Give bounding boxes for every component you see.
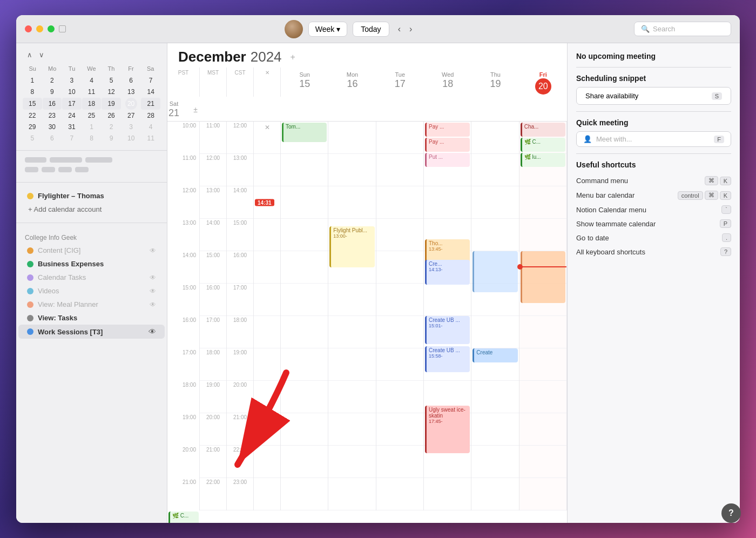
mini-cal-day[interactable]: 7 <box>141 75 160 86</box>
day-col-sun[interactable]: Tom... <box>281 122 328 510</box>
day-slot <box>328 446 375 478</box>
fullscreen-button[interactable] <box>48 25 55 32</box>
mini-cal-day[interactable]: 24 <box>62 110 82 121</box>
mini-cal-day[interactable]: 11 <box>82 86 102 97</box>
mini-cal-day[interactable]: 5 <box>23 133 42 144</box>
mini-cal-day[interactable]: 3 <box>122 122 141 132</box>
event-fri-c[interactable]: 🌿 C... <box>521 138 565 152</box>
mini-cal-day[interactable]: 21 <box>141 98 160 110</box>
event-fri-lu[interactable]: 🌿 lu... <box>521 153 565 167</box>
mini-cal-day[interactable]: 10 <box>62 86 82 97</box>
share-availability-button[interactable]: Share availability S <box>576 87 731 105</box>
close-button[interactable] <box>25 25 32 32</box>
mini-cal-day[interactable]: 9 <box>43 86 62 97</box>
calendar-item-view-tasks[interactable]: View: Tasks <box>18 311 165 325</box>
collapse-btn[interactable]: ✕ <box>254 122 280 154</box>
day-slot <box>376 348 423 381</box>
day-col-fri[interactable]: Cha... 🌿 C... 🌿 lu... <box>519 122 567 510</box>
mini-cal-day[interactable]: 8 <box>82 133 102 144</box>
day-slot <box>376 251 423 284</box>
mini-cal-day[interactable]: 6 <box>43 133 62 144</box>
event-fri-cha[interactable]: Cha... <box>521 123 565 137</box>
mini-cal-day[interactable]: 2 <box>102 122 121 132</box>
mini-cal-day[interactable]: 8 <box>23 86 42 97</box>
shortcuts-section: Useful shortcuts Command menu ⌘ K Menu b… <box>576 160 731 259</box>
mini-cal-day[interactable]: 2 <box>43 75 62 86</box>
mini-cal-day[interactable]: 13 <box>122 86 141 97</box>
event-pay1[interactable]: Pay ... <box>425 123 470 137</box>
calendar-item-meal-planner[interactable]: View: Meal Planner 👁 <box>18 298 165 311</box>
event-sat-c[interactable]: 🌿 C... <box>168 512 199 523</box>
calendar-item-videos[interactable]: Videos 👁 <box>18 284 165 298</box>
mini-cal-day[interactable]: 10 <box>122 133 141 144</box>
mini-cal-day[interactable]: 11 <box>141 133 160 144</box>
add-calendar-button[interactable]: + Add calendar account <box>16 203 167 216</box>
calendar-item-tasks[interactable]: Calendar Tasks 👁 <box>18 271 165 284</box>
mini-prev-button[interactable]: ∧ <box>25 50 35 60</box>
search-bar[interactable]: 🔍 Search <box>634 22 731 36</box>
mini-cal-day[interactable]: 23 <box>43 110 62 121</box>
day-col-tue[interactable] <box>376 122 424 510</box>
prev-week-button[interactable]: ‹ <box>395 23 404 35</box>
calendar-item-content[interactable]: Content [CIG] 👁 <box>18 244 165 257</box>
mini-cal-day[interactable]: 4 <box>82 75 102 86</box>
mini-cal-day[interactable]: 31 <box>62 122 82 132</box>
calendar-item-work-sessions[interactable]: Work Sessions [T3] 👁 <box>18 325 165 339</box>
event-create-ub2[interactable]: Create UB ... 15:58- <box>425 346 470 372</box>
mini-cal-day[interactable]: 25 <box>82 110 102 121</box>
event-cre[interactable]: Cre... 14:13- <box>425 260 470 285</box>
mini-cal-day[interactable]: 28 <box>141 110 160 121</box>
mini-cal-day[interactable]: 15 <box>23 98 42 110</box>
mini-cal-day[interactable]: 22 <box>23 110 42 121</box>
mini-cal-day[interactable]: 1 <box>23 75 42 86</box>
calendar-item-flylighter[interactable]: Flylighter – Thomas <box>18 189 165 203</box>
avatar[interactable] <box>285 20 303 38</box>
tz-collapse[interactable]: ✕ <box>254 68 281 97</box>
meet-with-input[interactable]: 👤 Meet with... F <box>576 131 731 147</box>
event-flylight[interactable]: Flylight Publ... 13:00- <box>329 226 374 267</box>
event-put[interactable]: Put ... <box>425 153 470 167</box>
mini-cal-day[interactable]: 7 <box>62 133 82 144</box>
cal-grid-container[interactable]: 10:00 11:00 12:00 13:00 14:00 15:00 16:0… <box>167 122 567 523</box>
mini-cal-day[interactable]: 1 <box>82 122 102 132</box>
mini-cal-day[interactable]: 17 <box>62 98 82 110</box>
mini-cal-day[interactable]: 6 <box>122 75 141 86</box>
event-pay2[interactable]: Pay ... <box>425 138 470 152</box>
minimize-button[interactable] <box>36 25 43 32</box>
mini-cal-day[interactable]: 26 <box>102 110 121 121</box>
mini-cal-today[interactable]: 20 <box>125 98 137 110</box>
help-button[interactable]: ? <box>721 503 741 523</box>
event-ugly-sweater[interactable]: Ugly sweat ice-skatin 17:45- <box>425 406 470 453</box>
mini-next-button[interactable]: ∨ <box>37 50 46 60</box>
mini-cal-day[interactable]: 9 <box>102 133 121 144</box>
mini-cal-day[interactable]: 16 <box>43 98 62 110</box>
mini-cal-day[interactable]: 5 <box>102 75 121 86</box>
week-selector-button[interactable]: Week ▾ <box>308 22 348 37</box>
mini-cal-day[interactable]: 14 <box>141 86 160 97</box>
tile-button[interactable] <box>59 25 66 32</box>
next-week-button[interactable]: › <box>406 23 415 35</box>
day-col-wed[interactable]: Pay ... Pay ... Put ... Tho... 13:45- <box>424 122 471 510</box>
event-create-thu[interactable]: Create <box>473 348 517 362</box>
tz-slot: 11:00 <box>200 122 226 154</box>
day-col-mon[interactable]: Flylight Publ... 13:00- <box>328 122 376 510</box>
event-fri-orange[interactable] <box>521 251 565 303</box>
mini-cal-day[interactable]: 27 <box>122 110 141 121</box>
event-thu-blue[interactable] <box>473 251 517 292</box>
day-col-sat[interactable]: 🌿 C... 🌿 G... <box>167 510 200 523</box>
mini-cal-day[interactable]: 18 <box>82 98 102 110</box>
mini-cal-day[interactable]: 29 <box>23 122 42 132</box>
calendar-item-business[interactable]: Business Expenses <box>18 257 165 271</box>
mini-cal-day[interactable]: 19 <box>102 98 121 110</box>
mini-cal-day[interactable]: 4 <box>141 122 160 132</box>
day-header-mon: Mon 16 <box>328 68 376 97</box>
mini-cal-day[interactable]: 30 <box>43 122 62 132</box>
mini-cal-day[interactable]: 3 <box>62 75 82 86</box>
add-column-button[interactable]: + <box>291 52 295 62</box>
event-tom[interactable]: Tom... <box>282 123 327 142</box>
today-button[interactable]: Today <box>353 22 389 37</box>
add-cal-col-icon[interactable]: ± <box>193 105 198 114</box>
mini-cal-day[interactable]: 12 <box>102 86 121 97</box>
event-create-ub1[interactable]: Create UB ... 15:01- <box>425 316 470 344</box>
day-col-thu[interactable]: Create <box>471 122 519 510</box>
